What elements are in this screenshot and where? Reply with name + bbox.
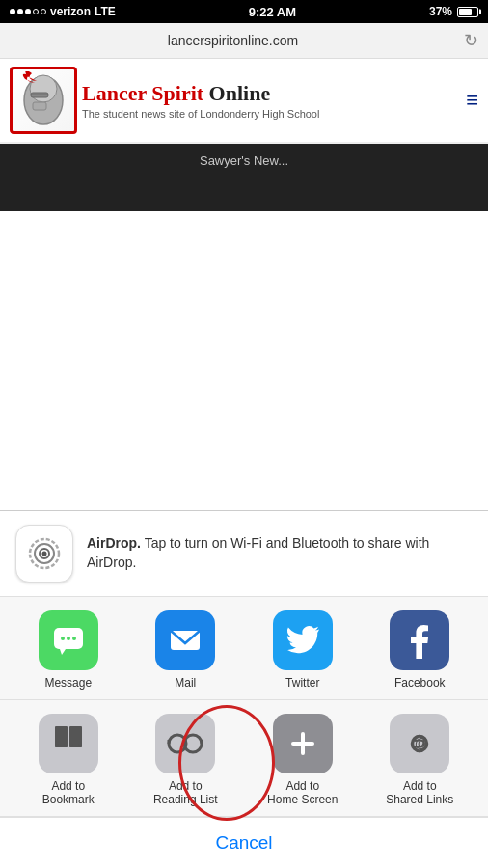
homescreen-icon bbox=[273, 714, 333, 773]
facebook-label: Facebook bbox=[394, 676, 446, 690]
cancel-button[interactable]: Cancel bbox=[215, 832, 272, 854]
app-item-mail[interactable]: Mail bbox=[147, 610, 224, 690]
time-label: 9:22 AM bbox=[249, 5, 296, 19]
svg-point-1 bbox=[30, 75, 57, 102]
knight-logo bbox=[10, 67, 77, 134]
bookmark-icon bbox=[39, 714, 98, 773]
svg-rect-4 bbox=[33, 102, 46, 110]
app-item-facebook[interactable]: Facebook bbox=[381, 610, 458, 690]
airdrop-row[interactable]: AirDrop. Tap to turn on Wi-Fi and Blueto… bbox=[0, 511, 488, 597]
article-overlay-text: Sawyer's New... bbox=[200, 153, 288, 168]
status-right: 37% bbox=[429, 5, 478, 18]
actions-row: Add toBookmark Add toReading List bbox=[0, 700, 488, 817]
bookmark-svg bbox=[53, 725, 84, 762]
mail-icon bbox=[155, 610, 215, 670]
airdrop-description: AirDrop. Tap to turn on Wi-Fi and Blueto… bbox=[87, 534, 473, 572]
website-header: Lancer Spirit Online The student news si… bbox=[0, 59, 488, 144]
facebook-icon bbox=[390, 610, 449, 670]
site-title-area: Lancer Spirit Online The student news si… bbox=[82, 81, 319, 120]
status-left: verizon LTE bbox=[10, 5, 116, 18]
apps-row: Message Mail Twitter bbox=[0, 597, 488, 700]
sharedlinks-icon: @ bbox=[390, 714, 449, 773]
message-svg bbox=[52, 624, 85, 657]
site-subtitle: The student news site of Londonderry Hig… bbox=[82, 108, 319, 120]
svg-point-12 bbox=[67, 637, 70, 640]
hamburger-menu-icon[interactable]: ≡ bbox=[466, 88, 478, 113]
carrier-label: verizon bbox=[50, 5, 91, 18]
airdrop-icon bbox=[15, 525, 73, 583]
circle-highlight bbox=[178, 705, 275, 821]
sharedlinks-label: Add toShared Links bbox=[386, 779, 453, 806]
message-icon bbox=[39, 610, 98, 670]
mail-label: Mail bbox=[175, 676, 196, 690]
homescreen-label: Add toHome Screen bbox=[267, 779, 338, 806]
status-bar: verizon LTE 9:22 AM 37% bbox=[0, 0, 488, 23]
url-bar[interactable]: lancerspiritonline.com ↻ bbox=[0, 23, 488, 59]
app-item-bookmark[interactable]: Add toBookmark bbox=[30, 714, 107, 806]
signal-dots bbox=[10, 9, 46, 14]
logo-area: Lancer Spirit Online The student news si… bbox=[10, 67, 319, 134]
app-item-twitter[interactable]: Twitter bbox=[264, 610, 341, 690]
sharedlinks-svg: @ bbox=[403, 727, 436, 760]
twitter-label: Twitter bbox=[285, 676, 319, 690]
message-label: Message bbox=[44, 676, 92, 690]
site-title: Lancer Spirit Online bbox=[82, 81, 319, 106]
svg-rect-2 bbox=[31, 93, 48, 97]
url-text[interactable]: lancerspiritonline.com bbox=[10, 33, 456, 48]
svg-marker-10 bbox=[60, 649, 66, 655]
svg-point-13 bbox=[72, 637, 76, 640]
reload-icon[interactable]: ↻ bbox=[464, 30, 478, 51]
app-item-message[interactable]: Message bbox=[30, 610, 107, 690]
article-preview: Sawyer's New... bbox=[0, 144, 488, 211]
bookmark-label: Add toBookmark bbox=[42, 779, 95, 806]
svg-point-11 bbox=[61, 637, 65, 640]
app-item-homescreen[interactable]: Add toHome Screen bbox=[264, 714, 341, 806]
battery-icon bbox=[457, 7, 478, 17]
twitter-svg bbox=[285, 622, 321, 659]
network-label: LTE bbox=[95, 5, 116, 18]
homescreen-svg bbox=[286, 727, 319, 760]
cancel-bar: Cancel bbox=[0, 817, 488, 868]
svg-point-8 bbox=[42, 552, 47, 556]
mail-svg bbox=[168, 623, 203, 658]
battery-percent: 37% bbox=[429, 5, 452, 18]
facebook-svg bbox=[401, 622, 438, 659]
share-sheet: AirDrop. Tap to turn on Wi-Fi and Blueto… bbox=[0, 510, 488, 868]
svg-text:@: @ bbox=[415, 735, 428, 750]
twitter-icon bbox=[273, 610, 333, 670]
app-item-sharedlinks[interactable]: @ Add toShared Links bbox=[381, 714, 458, 806]
knight-svg bbox=[17, 71, 70, 129]
airdrop-svg bbox=[27, 536, 62, 571]
